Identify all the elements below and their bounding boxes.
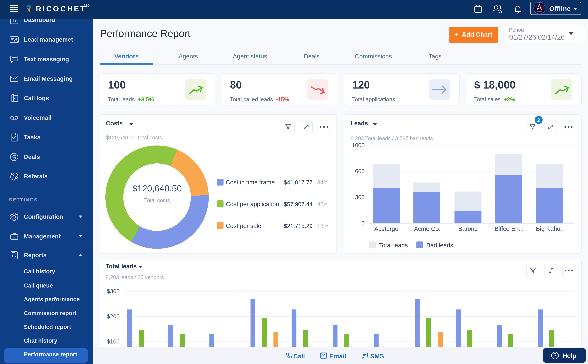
- svg-text:AURTHUR: AURTHUR: [537, 11, 542, 12]
